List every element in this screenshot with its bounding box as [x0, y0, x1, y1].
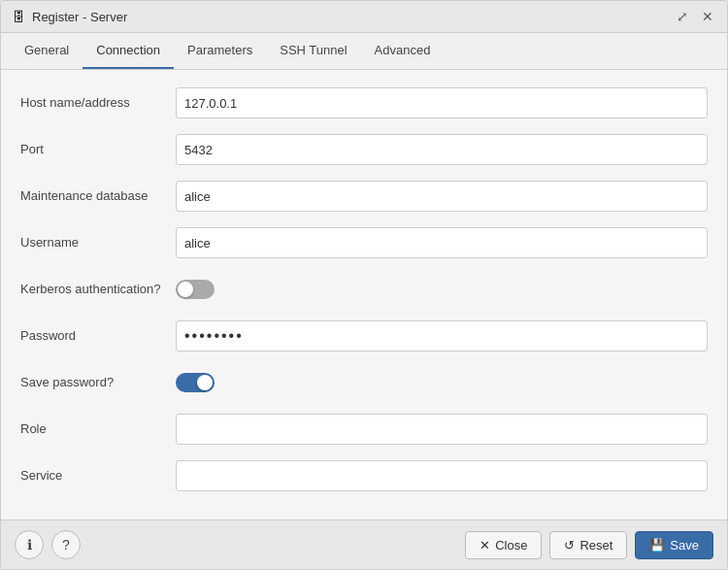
username-input[interactable] [176, 227, 708, 258]
tab-bar: General Connection Parameters SSH Tunnel… [1, 33, 727, 70]
server-icon: 🗄 [11, 9, 26, 24]
save-password-label: Save password? [20, 375, 176, 391]
info-icon: ℹ [27, 537, 32, 553]
tab-advanced[interactable]: Advanced [361, 33, 445, 69]
username-row: Username [20, 225, 708, 260]
host-label: Host name/address [20, 95, 176, 112]
tab-ssh-tunnel[interactable]: SSH Tunnel [266, 33, 360, 69]
footer-right-buttons: ✕ Close ↺ Reset 💾 Save [465, 531, 713, 559]
username-label: Username [20, 235, 176, 251]
maintenance-db-row: Maintenance database [20, 179, 708, 214]
maintenance-db-input[interactable] [176, 181, 708, 212]
kerberos-label: Kerberos authentication? [20, 282, 176, 298]
save-button[interactable]: 💾 Save [635, 531, 713, 559]
title-bar-left: 🗄 Register - Server [11, 9, 127, 24]
host-row: Host name/address [20, 85, 708, 120]
tab-connection[interactable]: Connection [83, 33, 174, 69]
dialog-title: Register - Server [32, 10, 127, 24]
reset-btn-icon: ↺ [564, 538, 575, 553]
close-btn-label: Close [495, 538, 527, 553]
role-row: Role [20, 412, 708, 447]
reset-button[interactable]: ↺ Reset [549, 531, 627, 559]
form-content: Host name/address Port Maintenance datab… [1, 70, 727, 520]
save-password-toggle[interactable] [176, 373, 215, 392]
dialog: 🗄 Register - Server ⤢ ✕ General Connecti… [0, 0, 728, 570]
reset-btn-label: Reset [579, 538, 612, 553]
tab-parameters[interactable]: Parameters [174, 33, 266, 69]
service-row: Service [20, 458, 708, 493]
port-label: Port [20, 142, 176, 158]
help-icon: ? [62, 537, 70, 553]
save-btn-label: Save [670, 538, 699, 553]
service-input[interactable] [176, 460, 708, 491]
tab-general[interactable]: General [11, 33, 83, 69]
dialog-close-button[interactable]: ✕ [698, 7, 717, 26]
footer-left-buttons: ℹ ? [15, 530, 81, 559]
port-input[interactable] [176, 134, 708, 165]
title-bar-controls: ⤢ ✕ [673, 7, 717, 26]
close-button[interactable]: ✕ Close [465, 531, 542, 559]
save-password-row: Save password? [20, 365, 708, 400]
expand-button[interactable]: ⤢ [673, 7, 692, 26]
role-input[interactable] [176, 414, 708, 445]
host-input[interactable] [176, 87, 708, 118]
role-label: Role [20, 421, 176, 438]
kerberos-toggle[interactable] [176, 280, 215, 299]
title-bar: 🗄 Register - Server ⤢ ✕ [1, 1, 727, 33]
password-input[interactable] [176, 320, 708, 352]
port-row: Port [20, 132, 708, 167]
kerberos-row: Kerberos authentication? [20, 272, 708, 307]
kerberos-toggle-container [176, 280, 215, 299]
save-btn-icon: 💾 [649, 538, 665, 553]
service-label: Service [20, 468, 176, 485]
info-button[interactable]: ℹ [15, 530, 44, 559]
help-button[interactable]: ? [51, 530, 81, 559]
save-password-toggle-container [176, 373, 215, 392]
close-btn-icon: ✕ [480, 538, 490, 553]
password-row: Password [20, 319, 708, 353]
password-label: Password [20, 328, 176, 345]
footer: ℹ ? ✕ Close ↺ Reset 💾 Save [1, 520, 727, 569]
maintenance-db-label: Maintenance database [20, 188, 176, 205]
